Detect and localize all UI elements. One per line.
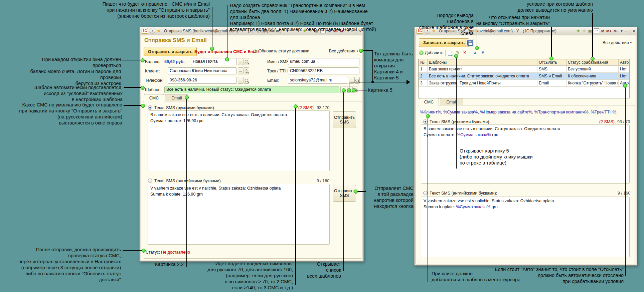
- carrier-select-button[interactable]: ...: [238, 58, 243, 65]
- marker-will-send: [210, 47, 214, 51]
- send-sms-en-button[interactable]: Отправить SMS: [333, 185, 356, 202]
- marker-balance: [141, 58, 145, 62]
- sms-name-label: Имя в SMS:: [267, 59, 290, 64]
- system-menu-icon[interactable]: ▾: [150, 28, 155, 34]
- save-and-close-button[interactable]: Записать и закрыть: [419, 38, 469, 47]
- calculator-icon[interactable]: ▦: [588, 29, 592, 33]
- sms-en-radio[interactable]: [148, 179, 152, 183]
- tab-sms[interactable]: СМС: [419, 98, 439, 106]
- marker-edit-button: [454, 54, 458, 58]
- move-up-button[interactable]: ▲: [473, 50, 477, 55]
- maximize-button[interactable]: □: [629, 29, 631, 33]
- calendar-icon[interactable]: 31: [594, 28, 599, 33]
- tab-email[interactable]: Email: [440, 98, 463, 105]
- send-sms-ru-button[interactable]: Отправить SMS: [333, 111, 356, 128]
- add-template-button[interactable]: + Добавить: [419, 50, 443, 55]
- note-template-auto: Шаблон автоматически подставляется, исхо…: [15, 85, 123, 103]
- arrow-head-icon: [407, 80, 410, 84]
- chevron-down-icon: ▾: [630, 41, 632, 44]
- connector-line: [123, 250, 142, 251]
- memory-m-button[interactable]: M: [601, 29, 604, 33]
- phone-select-button[interactable]: ...: [238, 77, 243, 84]
- table-row-selected[interactable]: 2Все есть в наличии. Статус заказа: ожид…: [419, 73, 630, 80]
- connector-line: [363, 50, 373, 51]
- tab-sms[interactable]: СМС: [144, 94, 164, 102]
- client-field[interactable]: Солонская Юлия Николаевна: [168, 67, 237, 74]
- connector-line: [349, 82, 349, 89]
- sms-en-label: Текст SMS (английскими буквами):: [154, 179, 222, 183]
- sms-ru-radio[interactable]: [148, 105, 152, 110]
- minimize-button[interactable]: –: [625, 29, 627, 33]
- copy-icon: [448, 51, 452, 56]
- marker-send-en-button: [354, 190, 358, 194]
- all-actions-menu[interactable]: Все действия ▾: [329, 49, 358, 53]
- marker-email-tab: [185, 95, 189, 99]
- marker-col-status: [591, 57, 595, 61]
- client-select-button[interactable]: ...: [238, 67, 243, 74]
- connector-line: [592, 13, 593, 58]
- client-search-button[interactable]: [244, 67, 249, 74]
- marker-sms-counter: [294, 104, 298, 108]
- sms-ru-counter: 93 / 70: [617, 119, 630, 124]
- sms-en-textarea[interactable]: V vashem zakaze vse est v nalichie. Stat…: [148, 184, 330, 245]
- sms-name-field[interactable]: umeu.com.ua: [288, 58, 359, 65]
- plus-icon: +: [419, 50, 424, 55]
- table-header-row: №Шаблоны ОтсылатьСтатус срабатывания Авт…: [419, 59, 630, 66]
- template-field[interactable]: Всё есть в наличии. Новый статус: Ожидае…: [164, 86, 339, 93]
- memory-mplus-button[interactable]: M+: [606, 29, 612, 33]
- toolbar-separator: [250, 48, 250, 55]
- refresh-delivery-status-button[interactable]: ⟳ Обновить статус доставки: [253, 49, 309, 53]
- connector-line: [551, 27, 552, 58]
- note-picture-5: Картинка 5: [368, 87, 392, 93]
- sms-en-radio[interactable]: [423, 191, 428, 195]
- delete-template-button[interactable]: ×: [463, 50, 466, 55]
- table-row[interactable]: 1Ваш заказ принят SMSБез условий Нет: [419, 66, 630, 73]
- note-status-check: После отправки, должна происходить прове…: [3, 247, 121, 283]
- variable-token[interactable]: %Сумма заказа%: [457, 132, 491, 137]
- page-title: Отправка SMS и Email: [144, 37, 207, 44]
- sms-ru-badge: (2 SMS): [298, 105, 314, 110]
- template-variables[interactable]: %Клиент%, %Сумма заказа%, %Номер заказа …: [420, 110, 617, 114]
- table-row[interactable]: 3Заказ отгружен. Трек для НовойПочты Ema…: [419, 80, 630, 87]
- phone-label: Телефон:: [145, 78, 163, 83]
- carrier-search-button[interactable]: [244, 58, 249, 65]
- carrier-field[interactable]: Новая Почта: [191, 58, 237, 65]
- move-down-button[interactable]: ▼: [481, 50, 485, 55]
- refresh-icon: ⟳: [253, 49, 257, 53]
- copy-template-button[interactable]: [448, 51, 452, 57]
- track-field[interactable]: CN095623221RB: [288, 67, 359, 74]
- close-button[interactable]: ×: [633, 29, 635, 33]
- sms-en-label: Текст SMS (английскими буквами):: [430, 191, 497, 196]
- sms-ru-textarea[interactable]: В вашем заказе все есть в наличии. Стату…: [148, 110, 330, 171]
- chevron-down-icon: ▾: [356, 49, 358, 53]
- connector-line: [295, 108, 296, 285]
- connector-line: [428, 117, 428, 282]
- client-label: Клиент:: [145, 69, 160, 73]
- email-select-button[interactable]: ...: [349, 77, 354, 84]
- connector-line: [122, 60, 142, 60]
- favorites-star-icon[interactable]: ★: [157, 28, 161, 33]
- email-field[interactable]: solonskaya72@mail.ru: [288, 77, 348, 84]
- marker-carrier-field: [225, 57, 229, 61]
- phone-search-button[interactable]: [244, 77, 249, 84]
- save-button[interactable]: [466, 39, 474, 46]
- nav-forward-icon[interactable]: ★: [576, 28, 580, 33]
- marker-template-search: [352, 88, 356, 92]
- floppy-icon: [467, 40, 473, 46]
- variable-token[interactable]: %Сумма заказа%: [456, 205, 490, 209]
- send-and-close-button[interactable]: Отправить и закрыть: [144, 47, 197, 56]
- note-will-send: Пишет что будет отправлено - СМС и/или E…: [96, 1, 210, 19]
- email-search-button[interactable]: [354, 77, 360, 84]
- memory-mminus-button[interactable]: M−: [614, 29, 619, 33]
- titlebar-dropdown-icon[interactable]: ▾: [621, 29, 623, 33]
- sms-en-textarea[interactable]: V vashem zakaze vse est v nalichie. Stat…: [421, 197, 630, 257]
- star-dim-icon[interactable]: ★: [582, 28, 586, 33]
- sms-ru-radio[interactable]: [423, 119, 428, 124]
- marker-auto-cell: [623, 84, 627, 88]
- connector-line: [124, 87, 142, 88]
- all-actions-menu[interactable]: Все действия ▾: [603, 40, 632, 45]
- phone-field[interactable]: 098-356-98-26: [168, 77, 237, 84]
- templates-table[interactable]: №Шаблоны ОтсылатьСтатус срабатывания Авт…: [418, 59, 630, 98]
- note-condition: условие при котором шаблон должен выводи…: [493, 1, 593, 13]
- status-label: Статус:: [146, 250, 160, 255]
